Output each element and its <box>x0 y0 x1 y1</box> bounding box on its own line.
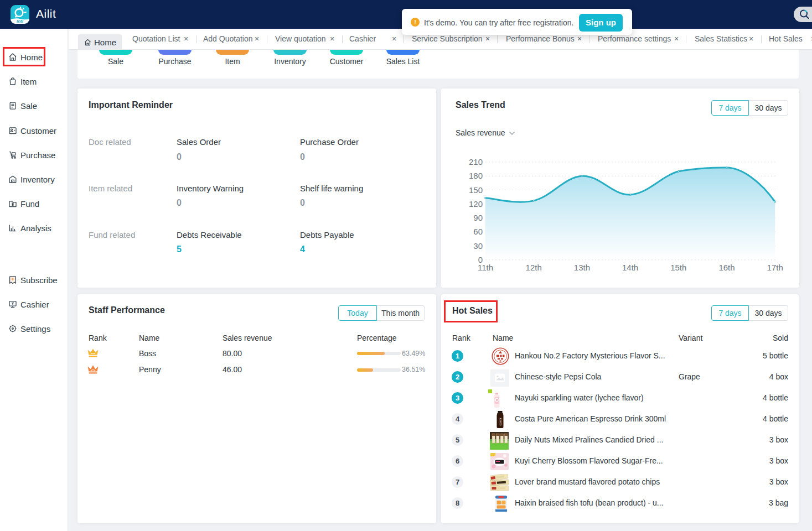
svg-text:13th: 13th <box>574 263 590 272</box>
svg-text:150: 150 <box>469 185 483 195</box>
svg-text:11th: 11th <box>478 263 493 272</box>
svg-text:60: 60 <box>473 227 483 236</box>
svg-text:Intl: Intl <box>17 19 24 24</box>
svg-text:COSTA: COSTA <box>499 418 502 425</box>
svg-text:16th: 16th <box>718 263 735 272</box>
svg-text:210: 210 <box>469 157 483 166</box>
svg-text:15th: 15th <box>670 263 686 272</box>
svg-text:14th: 14th <box>622 263 638 272</box>
svg-text:120: 120 <box>469 199 483 209</box>
svg-text:30: 30 <box>473 241 483 251</box>
svg-text:17th: 17th <box>767 263 783 272</box>
svg-text:12th: 12th <box>526 263 542 272</box>
svg-text:180: 180 <box>469 171 483 180</box>
svg-text:90: 90 <box>473 213 483 222</box>
